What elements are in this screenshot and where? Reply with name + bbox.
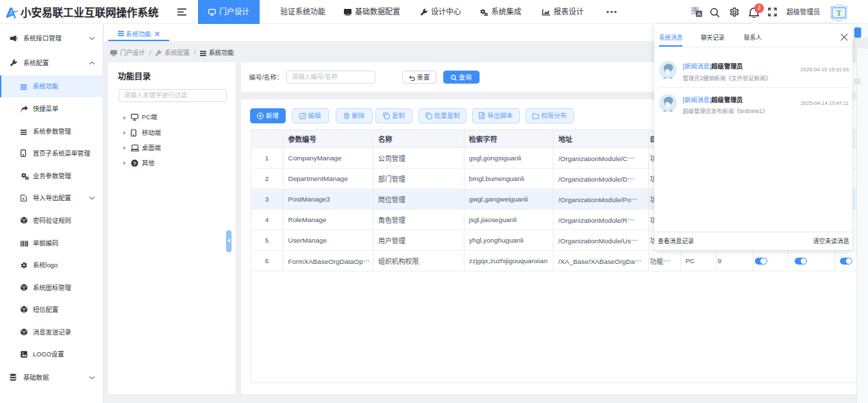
svg-text:T: T	[836, 8, 842, 18]
svg-text:A: A	[697, 11, 702, 17]
svg-text:?: ?	[133, 160, 136, 166]
